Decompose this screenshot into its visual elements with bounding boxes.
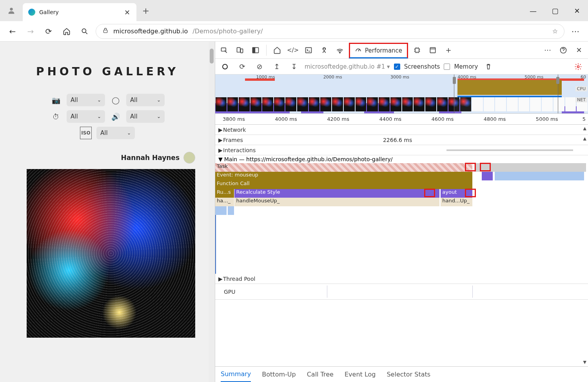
toolbar: ← → ⟳ microsoftedge.github.io/Demos/phot… [0, 21, 588, 42]
flame-task-row[interactable]: Task [215, 163, 588, 172]
overview-selection[interactable] [454, 75, 558, 113]
shutter-filter[interactable]: All⌄ [67, 110, 105, 123]
expand-icon[interactable]: ▶ [218, 127, 223, 133]
reload-record-button[interactable]: ⟳ [236, 60, 249, 73]
track-main[interactable]: ▼ Main — https://microsoftedge.github.io… [215, 155, 588, 274]
tab-event-log[interactable]: Event Log [345, 371, 376, 378]
download-button[interactable]: ↧ [287, 60, 301, 73]
screenshots-checkbox[interactable]: ✓ [394, 64, 400, 70]
close-devtools-icon[interactable]: ✕ [572, 44, 586, 57]
flame-event[interactable]: Event: mouseup [215, 172, 472, 180]
inspect-icon[interactable] [218, 44, 231, 57]
flame-task[interactable]: Task [215, 163, 472, 172]
tab-network[interactable] [333, 44, 347, 57]
devtools-more-icon[interactable]: ⋯ [541, 44, 554, 57]
tab-memory[interactable] [410, 44, 424, 57]
tab-close-icon[interactable]: ✕ [124, 8, 130, 16]
flame-task2[interactable] [474, 163, 586, 172]
shutter-icon: ⏱ [50, 110, 62, 123]
flame-recalc-row[interactable]: Ru...s Recalculate Style ayout [215, 189, 588, 198]
flame-hmu[interactable]: handleMouseUp_ [234, 198, 439, 206]
home-button[interactable] [60, 24, 74, 38]
collapse-icon[interactable]: ▼ [218, 156, 223, 162]
tab-performance[interactable]: Performance [349, 43, 408, 58]
svg-point-0 [10, 8, 13, 11]
track-gpu[interactable]: GPU [215, 284, 588, 300]
expand-icon[interactable]: ▶ [218, 147, 223, 153]
address-bar[interactable]: microsoftedge.github.io/Demos/photo-gall… [96, 24, 564, 39]
track-threadpool[interactable]: ▶ Thread Pool [215, 274, 588, 284]
browser-tab[interactable]: Gallery ✕ [23, 3, 136, 21]
overview-handle-right[interactable] [556, 77, 559, 84]
track-network[interactable]: ▶ Network ▲ [215, 125, 588, 135]
garbage-collect-icon[interactable] [482, 60, 495, 73]
svg-point-11 [325, 48, 326, 49]
dock-icon[interactable] [249, 44, 262, 57]
tab-summary[interactable]: Summary [221, 367, 251, 382]
search-button[interactable] [78, 24, 92, 38]
track-interactions[interactable]: ▶ Interactions [215, 145, 588, 155]
camera-icon: 📷 [50, 94, 62, 106]
upload-button[interactable]: ↥ [270, 60, 283, 73]
aperture-filter[interactable]: All⌄ [126, 94, 165, 106]
flame-purple1[interactable] [482, 172, 493, 180]
help-icon[interactable] [557, 44, 570, 57]
svg-point-16 [577, 65, 579, 67]
maximize-button[interactable]: ▢ [544, 0, 566, 21]
svg-point-10 [323, 48, 324, 49]
device-icon[interactable] [233, 44, 247, 57]
forward-button[interactable]: → [24, 24, 38, 38]
flame-fcall-row[interactable]: Function Call [215, 180, 588, 189]
flame-recalc[interactable]: Recalculate Style [234, 189, 439, 198]
expand-icon[interactable]: ▶ [218, 276, 223, 282]
flame-lblue1[interactable] [495, 172, 584, 180]
tab-application[interactable] [426, 44, 439, 57]
flame-ha[interactable]: ha..._ [215, 198, 234, 206]
memory-label: Memory [454, 63, 478, 70]
focal-filter[interactable]: All⌄ [126, 110, 165, 123]
new-tab-button[interactable]: + [136, 0, 155, 21]
overview-timeline[interactable]: 1000 ms 2000 ms 3000 ms 4000 ms 5000 ms … [215, 75, 588, 114]
more-tabs-button[interactable]: + [442, 44, 455, 57]
flame-leaf1[interactable] [215, 206, 227, 215]
flame-event-row[interactable]: Event: mouseup [215, 172, 588, 180]
record-button[interactable] [218, 60, 232, 73]
tab-selector-stats[interactable]: Selector Stats [387, 371, 430, 378]
flame-handle-row[interactable]: ha..._ handleMouseUp_ hand...Up_ [215, 198, 588, 206]
page-context[interactable]: microsoftedge.github.io #1 ▾ [305, 63, 390, 70]
clear-button[interactable]: ⊘ [253, 60, 266, 73]
reload-button[interactable]: ⟳ [42, 24, 56, 38]
menu-button[interactable]: ⋯ [568, 24, 583, 38]
tab-elements[interactable]: </> [286, 44, 299, 57]
tab-sources[interactable] [318, 44, 331, 57]
flame-rus[interactable]: Ru...s [215, 189, 234, 198]
perf-toolbar: ⟳ ⊘ ↥ ↧ microsoftedge.github.io #1 ▾ ✓ S… [215, 59, 588, 75]
minimize-button[interactable]: — [522, 0, 544, 21]
tab-console[interactable] [302, 44, 315, 57]
camera-filter[interactable]: All⌄ [67, 94, 105, 106]
memory-checkbox[interactable] [444, 64, 450, 70]
page-scrollbar[interactable] [209, 42, 215, 382]
flame-leaf2[interactable] [228, 206, 234, 215]
favorite-icon[interactable]: ☆ [552, 27, 558, 35]
svg-rect-5 [241, 49, 243, 53]
ruler[interactable]: 3800 ms 4000 ms 4200 ms 4400 ms 4600 ms … [215, 114, 588, 125]
flame-hup[interactable]: hand...Up_ [441, 198, 472, 206]
iso-filter[interactable]: All⌄ [96, 127, 135, 139]
tab-bottom-up[interactable]: Bottom-Up [262, 371, 296, 378]
flame-fcall[interactable]: Function Call [215, 180, 472, 189]
tab-welcome[interactable] [270, 44, 284, 57]
overview-handle-left[interactable] [453, 77, 456, 84]
svg-point-12 [339, 52, 340, 53]
page-title: PHOTO GALLERY [14, 65, 201, 78]
profile-icon[interactable] [0, 0, 23, 21]
expand-icon[interactable]: ▶ [218, 137, 223, 143]
tab-call-tree[interactable]: Call Tree [307, 371, 334, 378]
back-button[interactable]: ← [5, 24, 20, 38]
flame-leaf-row[interactable] [215, 206, 588, 215]
redbox-3 [424, 189, 435, 197]
focal-icon: 🔊 [110, 110, 122, 123]
close-window-button[interactable]: ✕ [566, 0, 588, 21]
track-frames[interactable]: ▶ Frames 2266.6 ms ▲ [215, 135, 588, 145]
perf-settings-icon[interactable] [572, 60, 585, 73]
